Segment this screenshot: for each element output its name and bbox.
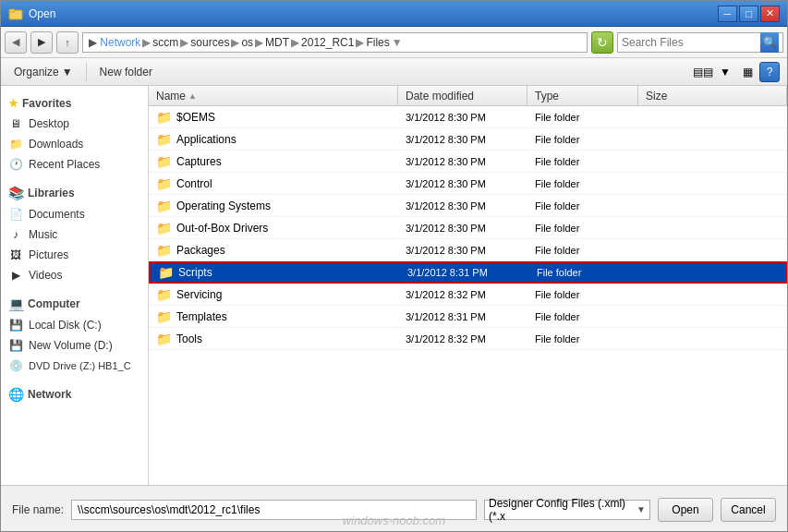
file-date-cell: 3/1/2012 8:30 PM xyxy=(398,245,527,256)
folder-icon: 📁 xyxy=(156,154,172,169)
sidebar-item-dvd-drive[interactable]: 💿 DVD Drive (Z:) HB1_C xyxy=(1,356,148,376)
view-list-button[interactable]: ▤▤ xyxy=(693,62,713,82)
sidebar-item-recent-places[interactable]: 🕐 Recent Places xyxy=(1,154,148,175)
file-type-cell: File folder xyxy=(527,311,638,322)
table-row[interactable]: 📁 $OEMS 3/1/2012 8:30 PM File folder xyxy=(149,106,787,128)
folder-icon: 📁 xyxy=(156,221,172,236)
maximize-button[interactable]: □ xyxy=(739,6,758,22)
table-row[interactable]: 📁 Control 3/1/2012 8:30 PM File folder xyxy=(149,173,787,195)
folder-icon: 📁 xyxy=(156,199,172,213)
dvd-drive-icon: 💿 xyxy=(8,358,23,373)
file-date-cell: 3/1/2012 8:30 PM xyxy=(398,223,527,234)
file-name-cell: 📁 Tools xyxy=(149,332,398,346)
folder-icon: 📁 xyxy=(156,110,172,125)
sidebar-item-downloads[interactable]: 📁 Downloads xyxy=(1,134,148,154)
file-date-cell: 3/1/2012 8:31 PM xyxy=(398,311,527,322)
sidebar-item-music[interactable]: ♪ Music xyxy=(1,224,148,245)
c-drive-icon: 💾 xyxy=(8,318,23,332)
file-type-cell: File folder xyxy=(527,178,638,189)
file-name-cell: 📁 Templates xyxy=(149,309,398,324)
close-button[interactable]: ✕ xyxy=(760,6,780,22)
toolbar-separator xyxy=(86,63,87,81)
address-path[interactable]: ▶ Network ▶ sccm ▶ sources ▶ os ▶ MDT ▶ … xyxy=(82,32,588,53)
view-details-button[interactable]: ▦ xyxy=(737,62,758,82)
refresh-button[interactable]: ↻ xyxy=(591,31,613,54)
main-content: ★ Favorites 🖥 Desktop 📁 Downloads 🕐 Rece… xyxy=(1,86,787,485)
view-dropdown-button[interactable]: ▼ xyxy=(715,62,735,82)
folder-icon: 📁 xyxy=(156,176,172,191)
file-type-cell: File folder xyxy=(527,289,638,300)
file-type-cell: File folder xyxy=(527,245,638,256)
file-date-cell: 3/1/2012 8:32 PM xyxy=(398,333,527,345)
folder-icon: 📁 xyxy=(156,132,172,147)
table-row[interactable]: 📁 Operating Systems 3/1/2012 8:30 PM Fil… xyxy=(149,195,787,217)
file-name-cell: 📁 Servicing xyxy=(149,287,398,302)
table-row[interactable]: 📁 Tools 3/1/2012 8:32 PM File folder xyxy=(149,328,787,350)
recent-icon: 🕐 xyxy=(8,157,23,172)
organize-button[interactable]: Organize ▼ xyxy=(8,61,79,83)
file-type-cell: File folder xyxy=(527,134,638,145)
view-controls: ▤▤ ▼ ▦ ? xyxy=(693,62,780,82)
sidebar-item-desktop[interactable]: 🖥 Desktop xyxy=(1,114,148,134)
col-name[interactable]: Name ▲ xyxy=(149,86,398,105)
table-row[interactable]: 📁 Templates 3/1/2012 8:31 PM File folder xyxy=(149,306,787,328)
svg-rect-1 xyxy=(9,9,15,12)
sidebar-item-c-drive[interactable]: 💾 Local Disk (C:) xyxy=(1,315,148,335)
file-rows-container: 📁 $OEMS 3/1/2012 8:30 PM File folder 📁 A… xyxy=(149,106,787,350)
up-button[interactable]: ↑ xyxy=(56,31,79,54)
col-size[interactable]: Size xyxy=(638,86,787,105)
col-type[interactable]: Type xyxy=(527,86,638,105)
computer-header[interactable]: 💻 Computer xyxy=(1,293,148,315)
search-box: 🔍 xyxy=(617,32,783,53)
sidebar: ★ Favorites 🖥 Desktop 📁 Downloads 🕐 Rece… xyxy=(1,86,149,485)
file-name-cell: 📁 Control xyxy=(149,176,398,191)
table-row[interactable]: 📁 Scripts 3/1/2012 8:31 PM File folder xyxy=(149,261,787,284)
table-row[interactable]: 📁 Captures 3/1/2012 8:30 PM File folder xyxy=(149,151,787,173)
folder-icon: 📁 xyxy=(156,332,172,346)
file-name-cell: 📁 Out-of-Box Drivers xyxy=(149,221,398,236)
network-header[interactable]: 🌐 Network xyxy=(1,383,148,405)
file-date-cell: 3/1/2012 8:30 PM xyxy=(398,178,527,189)
toolbar: Organize ▼ New folder ▤▤ ▼ ▦ ? xyxy=(1,58,787,86)
file-type-cell: File folder xyxy=(527,200,638,212)
sidebar-item-videos[interactable]: ▶ Videos xyxy=(1,265,148,285)
search-input[interactable] xyxy=(622,36,760,49)
folder-icon: 📁 xyxy=(156,309,172,324)
back-button[interactable]: ◀ xyxy=(5,31,27,54)
open-button[interactable]: Open xyxy=(658,498,713,522)
file-list-header: Name ▲ Date modified Type Size xyxy=(149,86,787,106)
open-icon xyxy=(8,6,23,21)
file-name-cell: 📁 $OEMS xyxy=(149,110,398,125)
table-row[interactable]: 📁 Applications 3/1/2012 8:30 PM File fol… xyxy=(149,128,787,151)
file-date-cell: 3/1/2012 8:30 PM xyxy=(398,112,527,123)
table-row[interactable]: 📁 Out-of-Box Drivers 3/1/2012 8:30 PM Fi… xyxy=(149,217,787,239)
col-date[interactable]: Date modified xyxy=(398,86,527,105)
new-folder-button[interactable]: New folder xyxy=(94,61,158,83)
address-bar: ◀ ▶ ↑ ▶ Network ▶ sccm ▶ sources ▶ os ▶ … xyxy=(1,27,787,58)
libraries-header[interactable]: 📚 Libraries xyxy=(1,182,148,204)
file-type-cell: File folder xyxy=(527,223,638,234)
filename-label: File name: xyxy=(12,503,64,516)
search-button[interactable]: 🔍 xyxy=(760,32,779,53)
filetype-dropdown[interactable]: Designer Config Files (.xml) (*.x ▼ xyxy=(484,500,650,520)
videos-icon: ▶ xyxy=(8,268,23,283)
sidebar-item-documents[interactable]: 📄 Documents xyxy=(1,204,148,224)
cancel-button[interactable]: Cancel xyxy=(721,498,776,522)
pictures-icon: 🖼 xyxy=(8,248,23,262)
sidebar-item-d-drive[interactable]: 💾 New Volume (D:) xyxy=(1,335,148,356)
file-name-cell: 📁 Applications xyxy=(149,132,398,147)
d-drive-icon: 💾 xyxy=(8,338,23,353)
favorites-header[interactable]: ★ Favorites xyxy=(1,93,148,114)
file-name-cell: 📁 Scripts xyxy=(151,265,400,280)
forward-button[interactable]: ▶ xyxy=(30,31,53,54)
table-row[interactable]: 📁 Servicing 3/1/2012 8:32 PM File folder xyxy=(149,284,787,306)
minimize-button[interactable]: ─ xyxy=(718,6,737,22)
file-date-cell: 3/1/2012 8:31 PM xyxy=(400,267,529,278)
folder-icon: 📁 xyxy=(156,287,172,302)
folder-icon: 📁 xyxy=(158,265,174,280)
title-bar-title: Open xyxy=(29,7,55,20)
help-button[interactable]: ? xyxy=(759,62,780,82)
sidebar-item-pictures[interactable]: 🖼 Pictures xyxy=(1,245,148,265)
documents-icon: 📄 xyxy=(8,207,23,222)
table-row[interactable]: 📁 Packages 3/1/2012 8:30 PM File folder xyxy=(149,239,787,261)
